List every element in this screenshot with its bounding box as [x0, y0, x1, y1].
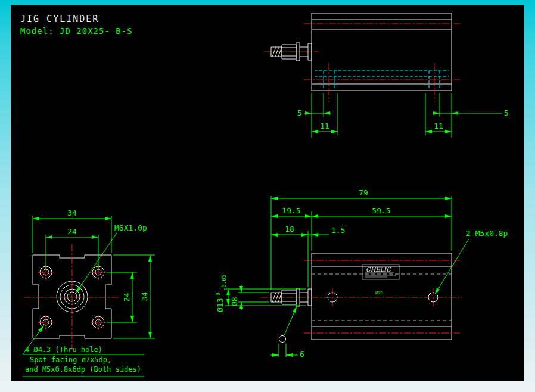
dim-dia8: Ø8 [230, 297, 239, 306]
dim-5-right: 5 [504, 108, 509, 117]
dim-24-top: 24 [67, 227, 77, 236]
note-line-1: Spot facing ø7x5dp, [30, 356, 111, 364]
drawing-title: JIG CYLINDER [20, 14, 99, 24]
bore-label: Ø20 [375, 291, 383, 295]
brand-name: CHELIC [366, 266, 391, 273]
note-line-2: and M5x0.8x6dp (Both sides) [25, 365, 141, 374]
dim-5-left: 5 [297, 108, 302, 117]
dim-6: 6 [300, 350, 304, 359]
dim-11-right: 11 [434, 122, 443, 130]
drawing-model: Model: JD 20X25- B-S [20, 26, 133, 36]
dim-1-5: 1.5 [331, 226, 345, 235]
thru-hole-callout: 4-Ø4.3 (Thru-hole) [25, 346, 102, 354]
dim-79: 79 [359, 188, 368, 197]
dim-34-right: 34 [140, 292, 149, 301]
drawing-background [11, 5, 524, 381]
cad-canvas[interactable]: JIG CYLINDER Model: JD 20X25- B-S 5 11 1… [0, 0, 535, 392]
desktop-frame: JIG CYLINDER Model: JD 20X25- B-S 5 11 1… [0, 0, 535, 392]
dim-19-5: 19.5 [282, 206, 300, 215]
dim-59-5: 59.5 [372, 206, 390, 215]
dim-11-left: 11 [320, 122, 329, 130]
dim-18: 18 [285, 225, 294, 234]
dim-34-top: 34 [67, 209, 77, 217]
thread-callout: M6X1.0p [114, 223, 147, 232]
mount-thread-callout: 2-M5x0.8p [466, 229, 508, 238]
dim-24-right: 24 [122, 293, 131, 302]
